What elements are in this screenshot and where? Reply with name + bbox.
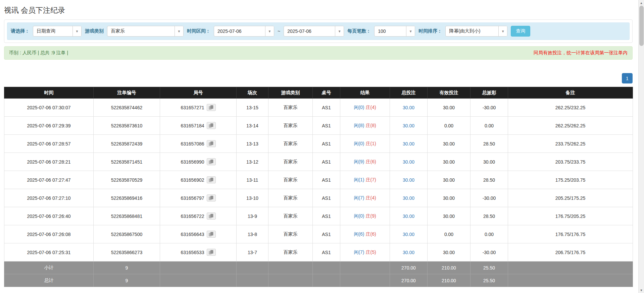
total-bet-link[interactable]: 30.00	[403, 123, 414, 128]
cell-game-type: 百家乐	[268, 225, 313, 243]
cell-valid-bet: 30.00	[428, 189, 470, 207]
header-row: 时间 注单编号 局号 场次 游戏类别 桌号 结果 总投注 有效投注 总派彩 备注	[4, 87, 633, 99]
round-number: 631656797	[181, 195, 204, 201]
scroll-up-icon[interactable]: ▲	[639, 0, 644, 6]
page-content: 视讯 会员下注纪录 请选择： 日期查询 ▼ 游戏类别 百家乐 ▼ 时间区间： 2…	[4, 0, 633, 287]
cards-icon	[208, 232, 214, 237]
cards-icon	[208, 141, 214, 146]
select-type-dropdown[interactable]: 日期查询 ▼	[33, 26, 82, 37]
banker-result: 庄(6)	[366, 159, 376, 164]
scroll-down-icon[interactable]: ▼	[639, 287, 644, 293]
cell-round: 631656797	[160, 189, 237, 207]
column-header-total-bet: 总投注	[390, 87, 428, 99]
cell-result: 闲(0)庄(9)	[340, 207, 390, 225]
cards-icon	[208, 214, 214, 219]
round-detail-button[interactable]	[207, 249, 216, 256]
total-bet-link[interactable]: 30.00	[403, 159, 414, 165]
round-number: 631657086	[181, 141, 204, 146]
cell-result: 闲(6)庄(6)	[340, 225, 390, 243]
cell-note: 205.25/175.25	[508, 189, 633, 207]
cell-bet-id: 522635874462	[94, 99, 160, 117]
cell-total-bet: 30.00	[390, 99, 428, 117]
round-detail-button[interactable]	[207, 194, 216, 201]
round-detail-button[interactable]	[207, 158, 216, 165]
cards-icon	[208, 159, 214, 164]
total-label: 总计	[4, 274, 94, 287]
valid-bet-warning: 同局有效投注，统一计算在该局第一张注单内	[534, 50, 628, 56]
column-header-game: 游戏类别	[268, 87, 313, 99]
column-header-time: 时间	[4, 87, 94, 99]
cell-time: 2025-07-06 07:25:31	[4, 243, 94, 261]
cell-result: 闲(8)庄(8)	[340, 117, 390, 135]
player-result: 闲(8)	[354, 123, 364, 128]
query-button[interactable]: 查询	[511, 26, 530, 37]
cell-valid-bet: 30.00	[428, 207, 470, 225]
cell-session: 13-7	[237, 243, 268, 261]
cell-payout: 28.50	[470, 171, 508, 189]
game-type-dropdown[interactable]: 百家乐 ▼	[107, 26, 184, 37]
date-from-picker[interactable]: 2025-07-06 ▼	[214, 26, 274, 37]
cards-icon	[208, 250, 214, 255]
cell-table-number: AS1	[313, 153, 340, 171]
currency-summary: 币别 : 人民币 | 总共 :9 注单 |	[9, 50, 68, 56]
date-to-picker[interactable]: 2025-07-06 ▼	[284, 26, 344, 37]
cell-payout: -30.00	[470, 189, 508, 207]
cell-valid-bet: 30.00	[428, 171, 470, 189]
cell-result: 闲(7)庄(4)	[340, 189, 390, 207]
total-bet-link[interactable]: 30.00	[403, 250, 414, 255]
round-detail-button[interactable]	[207, 213, 216, 220]
cards-icon	[208, 123, 214, 128]
banker-result: 庄(7)	[366, 177, 376, 182]
total-bet-link[interactable]: 30.00	[403, 195, 414, 201]
total-payout: 25.50	[470, 274, 508, 287]
round-detail-button[interactable]	[207, 176, 216, 183]
page-size-value: 100	[375, 26, 406, 36]
round-detail-button[interactable]	[207, 231, 216, 238]
chevron-down-icon[interactable]: ▼	[335, 26, 344, 36]
total-bet-link[interactable]: 30.00	[403, 232, 414, 237]
cell-total-bet: 30.00	[390, 135, 428, 153]
chevron-down-icon[interactable]: ▼	[175, 26, 183, 36]
page-size-dropdown[interactable]: 100 ▼	[374, 26, 415, 37]
total-bet-link[interactable]: 30.00	[403, 141, 414, 146]
player-result: 闲(7)	[354, 249, 364, 255]
cell-time: 2025-07-06 07:27:47	[4, 171, 94, 189]
cell-round: 631657086	[160, 135, 237, 153]
cell-table-number: AS1	[313, 243, 340, 261]
cell-time: 2025-07-06 07:27:10	[4, 189, 94, 207]
table-row: 2025-07-06 07:28:21 522635871451 6316569…	[4, 153, 633, 171]
round-detail-button[interactable]	[207, 122, 216, 129]
cell-payout: 28.50	[470, 135, 508, 153]
table-row: 2025-07-06 07:30:07 522635874462 6316572…	[4, 99, 633, 117]
cell-time: 2025-07-06 07:29:39	[4, 117, 94, 135]
round-detail-button[interactable]	[207, 140, 216, 147]
cell-session: 13-9	[237, 207, 268, 225]
subtotal-label: 小计	[4, 261, 94, 274]
cell-game-type: 百家乐	[268, 171, 313, 189]
pagination: 1	[4, 73, 633, 83]
cell-payout: -30.00	[470, 99, 508, 117]
scrollbar-thumb[interactable]	[639, 6, 644, 46]
time-sort-label: 时间排序：	[418, 28, 442, 34]
cards-icon	[208, 105, 214, 110]
chevron-down-icon[interactable]: ▼	[498, 26, 507, 36]
cell-round: 631657184	[160, 117, 237, 135]
total-bet-link[interactable]: 30.00	[403, 177, 414, 183]
cell-game-type: 百家乐	[268, 189, 313, 207]
cards-icon	[208, 177, 214, 182]
chevron-down-icon[interactable]: ▼	[265, 26, 274, 36]
total-bet-link[interactable]: 30.00	[403, 105, 414, 110]
chevron-down-icon[interactable]: ▼	[72, 26, 81, 36]
page-number-button[interactable]: 1	[622, 73, 633, 83]
cell-session: 13-15	[237, 99, 268, 117]
total-total-bet: 270.00	[390, 274, 428, 287]
date-to-value: 2025-07-06	[284, 26, 335, 36]
chevron-down-icon[interactable]: ▼	[406, 26, 415, 36]
time-sort-dropdown[interactable]: 降幂(由大到小) ▼	[445, 26, 507, 37]
vertical-scrollbar[interactable]: ▲ ▼	[638, 0, 644, 293]
cell-result: 闲(7)庄(5)	[340, 243, 390, 261]
round-detail-button[interactable]	[207, 104, 216, 111]
cell-note: 206.75/176.75	[508, 243, 633, 261]
cards-icon	[208, 195, 214, 200]
total-bet-link[interactable]: 30.00	[403, 214, 414, 219]
